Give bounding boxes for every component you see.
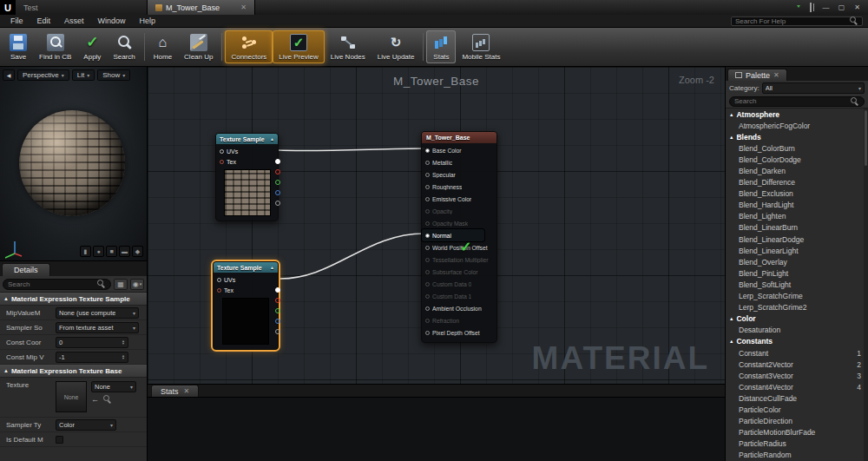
material-pin-normal[interactable]: Normal (422, 229, 484, 241)
palette-scrollbar[interactable] (864, 109, 868, 461)
clean-up-button[interactable]: Clean Up (178, 30, 219, 63)
use-selected-asset-icon[interactable]: ← (91, 395, 99, 404)
output-pin-0[interactable] (275, 159, 280, 164)
const-mip-value-input[interactable]: -1▲▼ (56, 352, 128, 363)
maximize-button[interactable]: ▢ (835, 1, 848, 14)
node-header[interactable]: Texture Sample ▲ (214, 262, 278, 273)
live-preview-button[interactable]: Live Preview (273, 30, 324, 63)
output-pin-2[interactable] (275, 180, 280, 185)
node-header[interactable]: M_Tower_Base (422, 132, 496, 143)
details-search-input[interactable]: Search (3, 279, 111, 290)
connectors-button[interactable]: Connectors (225, 30, 273, 63)
material-pin-metallic[interactable]: Metallic (422, 156, 496, 168)
home-button[interactable]: Home (148, 30, 178, 63)
close-tab-icon[interactable]: ✕ (184, 387, 190, 395)
palette-item-atmosphericfogcolor[interactable]: AtmosphericFogColor (726, 120, 868, 131)
material-pin-specular[interactable]: Specular (422, 168, 496, 181)
shape-custom-mesh-button[interactable]: ◆ (132, 246, 143, 257)
palette-item-blend-exclusion[interactable]: Blend_Exclusion (726, 188, 868, 200)
texture-sample-node-1[interactable]: Texture Sample ▲ UVsTex (215, 133, 279, 221)
material-pin-opacity[interactable]: Opacity (422, 205, 496, 217)
is-default-checkbox[interactable] (56, 436, 63, 444)
apply-button[interactable]: Apply (77, 30, 107, 63)
collapse-arrow-icon[interactable]: ▲ (270, 265, 274, 270)
palette-item-particlemotionblurfade[interactable]: ParticleMotionBlurFade (726, 427, 868, 438)
spinner-icon[interactable]: ▲▼ (122, 339, 125, 346)
minimize-button[interactable]: — (819, 1, 832, 14)
tab-details[interactable]: Details (2, 263, 50, 276)
details-section-header[interactable]: ▲ Material Expression Texture Sample (0, 293, 147, 306)
node-header[interactable]: Texture Sample ▲ (216, 134, 278, 144)
palette-item-blend-lineardodge[interactable]: Blend_LinearDodge (726, 234, 868, 245)
menu-item-edit[interactable]: Edit (30, 16, 58, 25)
tex-input-pin[interactable]: Tex (216, 156, 278, 167)
shape-sphere-button[interactable]: ● (93, 246, 104, 257)
tex-input-pin[interactable]: Tex (214, 285, 278, 295)
palette-category-constants[interactable]: ▲Constants (726, 336, 868, 347)
palette-item-particlecolor[interactable]: ParticleColor (726, 404, 868, 415)
palette-item-particledirection[interactable]: ParticleDirection (726, 416, 868, 427)
palette-item-lerp-scratchgrime[interactable]: Lerp_ScratchGrime (726, 291, 868, 302)
palette-item-blend-overlay[interactable]: Blend_Overlay (726, 256, 868, 267)
palette-category-color[interactable]: ▲Color (726, 313, 868, 325)
material-pin-refraction[interactable]: Refraction (422, 314, 496, 326)
window-tab-m-tower-base[interactable]: M_Tower_Base ✕ (148, 0, 255, 15)
output-pin-2[interactable] (275, 308, 280, 313)
close-tab-icon[interactable]: ✕ (240, 3, 247, 11)
material-pin-base-color[interactable]: Base Color (422, 144, 496, 156)
texture-sample-node-2-selected[interactable]: Texture Sample ▲ UVsTex (213, 261, 279, 350)
palette-item-blend-hardlight[interactable]: Blend_HardLight (726, 200, 868, 211)
palette-item-blend-softlight[interactable]: Blend_SoftLight (726, 279, 868, 290)
shape-plane-button[interactable]: ▬ (119, 246, 130, 257)
material-pin-world-position-offset[interactable]: World Position Offset (422, 241, 496, 254)
palette-item-distancecullfade[interactable]: DistanceCullFade (726, 392, 868, 404)
uvs-input-pin[interactable]: UVs (216, 146, 278, 156)
find-in-cb-button[interactable]: Find in CB (33, 30, 77, 63)
browse-asset-icon[interactable] (103, 395, 112, 404)
menu-item-asset[interactable]: Asset (57, 16, 91, 25)
output-pin-3[interactable] (275, 190, 280, 195)
save-button[interactable]: Save (3, 30, 33, 63)
property-matrix-icon[interactable]: ▦ (114, 279, 128, 290)
sampler-type-dropdown[interactable]: Color▾ (56, 419, 116, 431)
material-pin-emissive-color[interactable]: Emissive Color (422, 193, 496, 205)
perspective-button[interactable]: Perspective▾ (17, 69, 69, 81)
mobile-stats-button[interactable]: Mobile Stats (456, 30, 506, 63)
material-pin-roughness[interactable]: Roughness (422, 181, 496, 193)
shape-cylinder-button[interactable]: ▮ (80, 246, 91, 257)
menu-item-window[interactable]: Window (91, 16, 133, 25)
output-pin-1[interactable] (275, 169, 280, 175)
palette-search-input[interactable]: Search (729, 96, 865, 107)
material-pin-tessellation-multiplier[interactable]: Tessellation Multiplier (422, 254, 496, 266)
output-pin-1[interactable] (275, 298, 280, 303)
texture-asset-dropdown[interactable]: None▾ (91, 381, 136, 392)
material-pin-pixel-depth-offset[interactable]: Pixel Depth Offset (422, 326, 496, 339)
output-pin-0[interactable] (275, 287, 280, 293)
titlebar-drag-area[interactable] (255, 0, 784, 15)
output-pin-3[interactable] (275, 319, 280, 324)
shape-cube-button[interactable]: ■ (106, 246, 117, 257)
palette-item-blend-colordodge[interactable]: Blend_ColorDodge (726, 154, 868, 165)
palette-item-lerp-scratchgrime2[interactable]: Lerp_ScratchGrime2 (726, 302, 868, 313)
output-pin-4[interactable] (275, 201, 280, 206)
tab-stats[interactable]: Stats ✕ (151, 385, 199, 397)
palette-item-constant2vector[interactable]: Constant2Vector2 (726, 359, 868, 370)
stats-button[interactable]: Stats (426, 30, 456, 63)
palette-item-blend-linearlight[interactable]: Blend_LinearLight (726, 245, 868, 256)
palette-item-particleradius[interactable]: ParticleRadius (726, 438, 868, 450)
palette-item-constant3vector[interactable]: Constant3Vector3 (726, 370, 868, 381)
mip-value-mode-dropdown[interactable]: None (use compute▾ (56, 307, 139, 319)
material-pin-subsurface-color[interactable]: Subsurface Color (422, 266, 496, 278)
material-graph-canvas[interactable]: M_Tower_Base Zoom -2 Texture Sample ▲ UV… (148, 67, 725, 385)
live-update-button[interactable]: Live Update (372, 30, 421, 63)
layout-icon[interactable] (804, 1, 817, 14)
sampler-source-dropdown[interactable]: From texture asset▾ (56, 322, 139, 333)
viewport-collapse-button[interactable]: ◀ (3, 69, 15, 81)
help-search-input[interactable]: Search For Help (731, 16, 863, 26)
collapse-arrow-icon[interactable]: ▲ (270, 136, 274, 142)
palette-item-desaturation[interactable]: Desaturation (726, 325, 868, 336)
palette-item-blend-colorburn[interactable]: Blend_ColorBurn (726, 142, 868, 154)
show-button[interactable]: Show▾ (97, 69, 130, 81)
material-pin-ambient-occlusion[interactable]: Ambient Occlusion (422, 302, 496, 314)
const-coord-input[interactable]: 0▲▼ (56, 337, 128, 348)
